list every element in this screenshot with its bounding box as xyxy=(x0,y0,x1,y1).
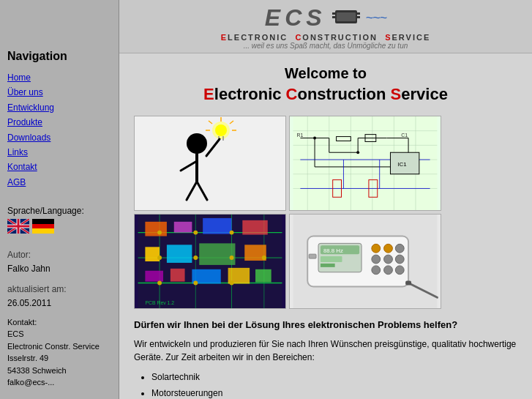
svg-rect-10 xyxy=(32,224,54,228)
updated-label: aktualisiert am: xyxy=(7,283,111,297)
title-e: E xyxy=(203,85,214,103)
svg-point-95 xyxy=(262,256,266,260)
svg-point-91 xyxy=(230,231,234,235)
svg-point-96 xyxy=(157,281,162,286)
schematic-image: IC1 R1 C1 xyxy=(289,116,441,211)
svg-rect-77 xyxy=(174,222,192,233)
svg-point-94 xyxy=(230,256,234,260)
page-title: Electronic Construction Service xyxy=(134,85,517,104)
svg-rect-9 xyxy=(32,219,54,224)
de-flag-icon[interactable] xyxy=(32,219,54,234)
svg-point-114 xyxy=(384,266,393,275)
sidebar-link-kontakt[interactable]: Kontakt xyxy=(7,160,111,174)
sidebar-item-kontakt[interactable]: Kontakt xyxy=(7,160,111,174)
logo-tagline: ... weil es uns Spaß macht, das Unmöglic… xyxy=(244,42,408,50)
svg-point-97 xyxy=(193,281,198,286)
svg-rect-76 xyxy=(145,222,167,236)
svg-point-92 xyxy=(157,256,162,260)
sidebar-link-agb[interactable]: AGB xyxy=(7,175,111,190)
svg-point-98 xyxy=(230,281,234,286)
nav-title: Navigation xyxy=(7,50,111,63)
site-header: ECS ~~~ ELECTRONIC CONSTRUCTION SERVICE xyxy=(119,0,532,53)
svg-point-90 xyxy=(193,231,198,235)
svg-point-115 xyxy=(395,266,404,275)
main-content: ECS ~~~ ELECTRONIC CONSTRUCTION SERVICE xyxy=(119,0,532,399)
svg-text:C1: C1 xyxy=(401,133,408,138)
svg-point-89 xyxy=(157,231,162,235)
language-flags xyxy=(7,219,111,234)
sidebar-link-home[interactable]: Home xyxy=(7,70,111,85)
sidebar-nav: Home Über uns Entwicklung Produkte Downl… xyxy=(7,70,111,200)
svg-rect-81 xyxy=(167,245,192,263)
svg-rect-84 xyxy=(145,271,163,282)
sidebar-link-entwicklung[interactable]: Entwicklung xyxy=(7,100,111,115)
updated-section: aktualisiert am: 26.05.2011 xyxy=(7,283,111,310)
sidebar-link-downloads[interactable]: Downloads xyxy=(7,130,111,145)
contact-line-5: falko@ecs-... xyxy=(7,376,111,389)
svg-rect-13 xyxy=(332,12,335,15)
svg-rect-17 xyxy=(337,12,356,21)
welcome-text: Welcome to xyxy=(134,65,517,82)
author-name: Falko Jahn xyxy=(7,262,111,276)
svg-rect-106 xyxy=(321,264,335,267)
svg-point-108 xyxy=(384,244,393,253)
svg-line-26 xyxy=(187,182,197,200)
sidebar-item-produkte[interactable]: Produkte xyxy=(7,115,111,130)
sidebar-item-downloads[interactable]: Downloads xyxy=(7,130,111,145)
images-grid: IC1 R1 C1 xyxy=(134,116,441,309)
svg-text:PCB Rev 1.2: PCB Rev 1.2 xyxy=(145,300,174,305)
sidebar-item-links[interactable]: Links xyxy=(7,145,111,160)
svg-point-93 xyxy=(193,256,198,260)
author-label: Autor: xyxy=(7,248,111,262)
logo-wave-icon: ~~~ xyxy=(366,10,387,26)
uk-flag-icon[interactable] xyxy=(7,219,29,234)
svg-point-111 xyxy=(384,255,393,264)
sidebar-link-produkte[interactable]: Produkte xyxy=(7,115,111,130)
title-c: C xyxy=(286,85,298,103)
svg-text:R1: R1 xyxy=(296,133,303,138)
logo-chip-icon xyxy=(331,7,361,29)
svg-rect-85 xyxy=(171,269,185,282)
sidebar-link-uber[interactable]: Über uns xyxy=(7,85,111,100)
svg-rect-117 xyxy=(405,281,411,286)
svg-rect-15 xyxy=(357,12,360,15)
svg-line-25 xyxy=(181,161,197,171)
question-text: Dürfen wir Ihnen bei der Lösung Ihres el… xyxy=(134,319,517,330)
svg-point-57 xyxy=(356,151,359,154)
svg-rect-14 xyxy=(332,16,335,18)
sidebar-link-links[interactable]: Links xyxy=(7,145,111,160)
svg-line-30 xyxy=(230,121,233,124)
contact-line-4: 54338 Schweich xyxy=(7,365,111,377)
logo-fullname: ELECTRONIC CONSTRUCTION SERVICE xyxy=(221,33,430,42)
logo-row: ECS ~~~ xyxy=(265,4,386,31)
bullet-item-2: Motorsteuerungen xyxy=(151,386,517,399)
contact-line-2: Electronic Constr. Service xyxy=(7,340,111,353)
contact-line-1: ECS xyxy=(7,328,111,340)
title-s: S xyxy=(391,85,402,103)
page-content[interactable]: Welcome to Electronic Construction Servi… xyxy=(119,53,532,399)
language-section: Sprache/Language: xyxy=(7,206,111,241)
sidebar-item-home[interactable]: Home xyxy=(7,70,111,85)
svg-rect-78 xyxy=(203,218,231,234)
svg-point-19 xyxy=(215,124,227,136)
svg-text:IC1: IC1 xyxy=(397,161,406,168)
svg-line-29 xyxy=(209,121,212,124)
contact-section: Kontakt: ECS Electronic Constr. Service … xyxy=(7,316,111,389)
svg-point-56 xyxy=(313,137,316,140)
svg-point-113 xyxy=(372,266,381,275)
svg-rect-118 xyxy=(309,254,316,258)
svg-line-22 xyxy=(206,139,220,156)
svg-point-107 xyxy=(372,244,381,253)
svg-point-110 xyxy=(372,255,381,264)
svg-rect-11 xyxy=(32,228,54,234)
svg-rect-79 xyxy=(242,220,267,235)
sidebar-item-entwicklung[interactable]: Entwicklung xyxy=(7,100,111,115)
sidebar-item-agb[interactable]: AGB xyxy=(7,175,111,190)
svg-rect-88 xyxy=(255,269,271,283)
svg-point-109 xyxy=(395,244,404,253)
svg-point-23 xyxy=(187,133,207,154)
bullet-list: Solartechnik Motorsteuerungen xyxy=(151,370,517,399)
title-lectronic: lectronic xyxy=(214,85,286,103)
sidebar-item-uber[interactable]: Über uns xyxy=(7,85,111,100)
logo-ecs-text: ECS xyxy=(265,4,326,31)
